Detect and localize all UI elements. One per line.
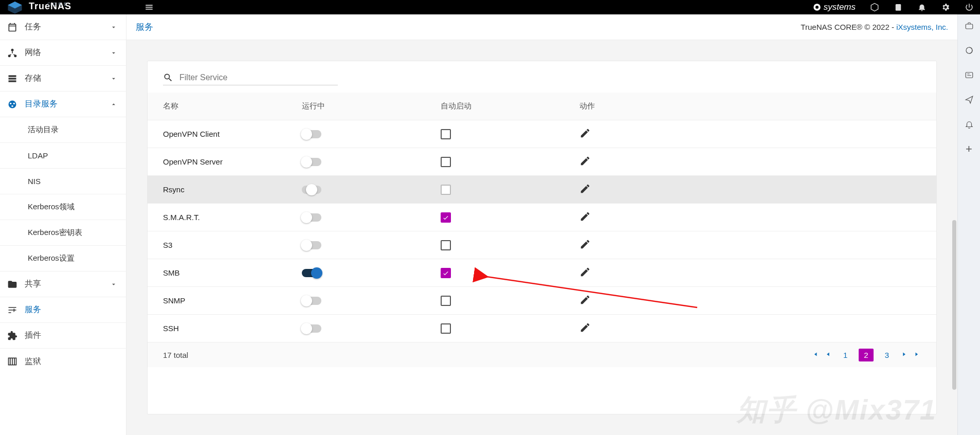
svg-point-11 xyxy=(9,100,16,108)
running-cell xyxy=(302,269,441,277)
autostart-cell xyxy=(441,268,579,278)
ixsystems-link[interactable]: iXsystems, Inc. xyxy=(896,23,948,31)
action-cell xyxy=(579,155,718,169)
running-toggle[interactable] xyxy=(302,186,321,194)
running-toggle[interactable] xyxy=(302,241,321,249)
scrollbar-thumb[interactable] xyxy=(952,220,956,390)
send-icon[interactable] xyxy=(964,95,974,105)
pager-prev[interactable] xyxy=(825,351,832,359)
card-icon[interactable] xyxy=(964,70,974,80)
sidebar-item-ldap[interactable]: LDAP xyxy=(0,143,126,169)
svg-rect-4 xyxy=(896,4,901,11)
chevron-down-icon xyxy=(108,281,119,288)
swirl-icon[interactable] xyxy=(964,45,974,56)
sidebar-item-label: 活动目录 xyxy=(28,125,119,135)
sidebar-item-nis[interactable]: NIS xyxy=(0,169,126,194)
edit-button[interactable] xyxy=(579,266,591,280)
edit-button[interactable] xyxy=(579,294,591,307)
autostart-checkbox[interactable] xyxy=(441,268,451,278)
cube-icon[interactable] xyxy=(870,3,879,12)
running-toggle[interactable] xyxy=(302,213,321,222)
autostart-checkbox[interactable] xyxy=(441,323,451,334)
pager-page-3[interactable]: 3 xyxy=(880,349,894,361)
sidebar-item-kerberos-realms[interactable]: Kerberos领域 xyxy=(0,194,126,220)
clipboard-icon[interactable] xyxy=(894,3,903,12)
sidebar-item-label: 网络 xyxy=(25,47,108,58)
power-icon[interactable] xyxy=(965,3,974,12)
svg-point-14 xyxy=(11,105,13,106)
running-toggle[interactable] xyxy=(302,130,321,138)
chevron-down-icon xyxy=(108,75,119,82)
sidebar-item-label: 存储 xyxy=(25,73,108,84)
chevron-down-icon xyxy=(108,24,119,31)
filter-search[interactable] xyxy=(163,72,338,85)
sidebar-item-label: Kerberos设置 xyxy=(28,253,119,263)
sidebar-item-tasks[interactable]: 任务 xyxy=(0,14,126,40)
svg-rect-8 xyxy=(9,75,16,77)
sidebar-item-label: Kerberos密钥表 xyxy=(28,228,119,238)
menu-icon[interactable] xyxy=(144,3,154,12)
running-cell xyxy=(302,213,441,222)
autostart-checkbox[interactable] xyxy=(441,212,451,223)
edit-button[interactable] xyxy=(579,322,591,335)
running-cell xyxy=(302,130,441,138)
sidebar-item-directory-services[interactable]: 目录服务 xyxy=(0,92,126,117)
sidebar-item-plugins[interactable]: 插件 xyxy=(0,323,126,349)
running-cell xyxy=(302,186,441,194)
briefcase-icon[interactable] xyxy=(964,21,974,31)
running-cell xyxy=(302,297,441,305)
table-row: S.M.A.R.T. xyxy=(148,204,936,231)
autostart-checkbox[interactable] xyxy=(441,157,451,167)
sidebar-item-services[interactable]: 服务 xyxy=(0,297,126,323)
bell-icon[interactable] xyxy=(917,3,927,12)
edit-button[interactable] xyxy=(579,239,591,252)
action-cell xyxy=(579,183,718,196)
sidebar-item-kerberos-keytabs[interactable]: Kerberos密钥表 xyxy=(0,220,126,246)
pager-next[interactable] xyxy=(900,351,908,359)
edit-button[interactable] xyxy=(579,155,591,169)
bell-outline-icon[interactable] xyxy=(964,119,974,130)
edit-button[interactable] xyxy=(579,128,591,141)
pager-last[interactable] xyxy=(914,351,921,359)
sidebar-item-network[interactable]: 网络 xyxy=(0,40,126,66)
sidebar-item-label: 任务 xyxy=(25,22,108,32)
svg-point-3 xyxy=(815,6,819,9)
filter-input[interactable] xyxy=(179,73,338,82)
autostart-checkbox[interactable] xyxy=(441,296,451,306)
running-toggle[interactable] xyxy=(302,324,321,333)
jail-icon xyxy=(7,356,25,367)
running-toggle[interactable] xyxy=(302,158,321,166)
breadcrumb[interactable]: 服务 xyxy=(136,21,153,33)
service-name: OpenVPN Server xyxy=(163,157,302,166)
sidebar-item-jails[interactable]: 监狱 xyxy=(0,349,126,374)
action-cell xyxy=(579,294,718,307)
pager-page-2[interactable]: 2 xyxy=(859,349,873,361)
pager-page-1[interactable]: 1 xyxy=(838,349,852,361)
running-toggle[interactable] xyxy=(302,269,321,277)
pager-first[interactable] xyxy=(811,351,819,359)
plus-icon[interactable]: + xyxy=(964,144,974,154)
sidebar-item-label: Kerberos领域 xyxy=(28,202,119,212)
topbar-right: systems xyxy=(812,2,974,12)
sidebar-item-storage[interactable]: 存储 xyxy=(0,66,126,92)
sidebar-item-kerberos-settings[interactable]: Kerberos设置 xyxy=(0,246,126,271)
svg-rect-9 xyxy=(9,78,16,79)
col-autostart: 自动启动 xyxy=(441,101,579,111)
svg-rect-17 xyxy=(966,24,973,29)
table-header: 名称 运行中 自动启动 动作 xyxy=(148,93,936,120)
autostart-checkbox[interactable] xyxy=(441,129,451,139)
brand-sub: CORE xyxy=(47,2,69,7)
autostart-checkbox[interactable] xyxy=(441,240,451,250)
edit-button[interactable] xyxy=(579,183,591,196)
service-name: SNMP xyxy=(163,296,302,305)
sidebar-item-sharing[interactable]: 共享 xyxy=(0,271,126,297)
branding-line: TrueNAS CORE® © 2022 - iXsystems, Inc. xyxy=(801,23,948,31)
gear-icon[interactable] xyxy=(941,3,950,12)
autostart-cell xyxy=(441,212,579,223)
running-cell xyxy=(302,324,441,333)
running-toggle[interactable] xyxy=(302,297,321,305)
edit-button[interactable] xyxy=(579,211,591,224)
svg-point-12 xyxy=(10,102,11,104)
sidebar-item-active-directory[interactable]: 活动目录 xyxy=(0,117,126,143)
extension-icon xyxy=(7,331,25,341)
